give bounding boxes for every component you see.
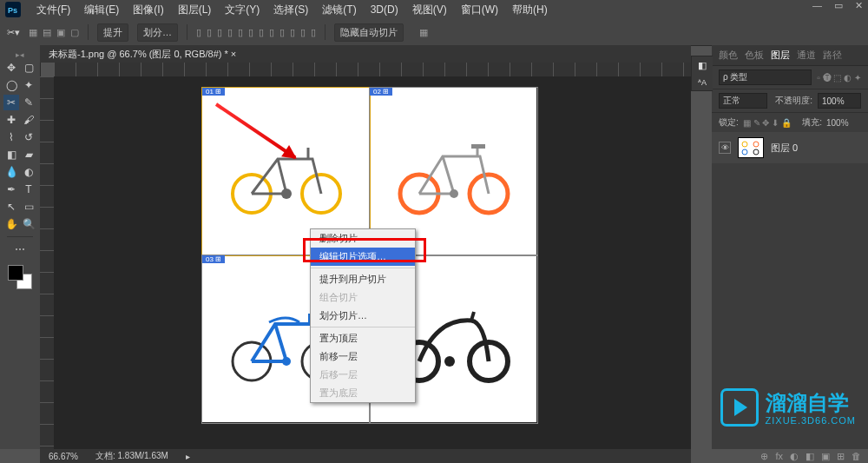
menu-image[interactable]: 图像(I) [133, 3, 163, 17]
dock-bottom-icons: ⊕fx◐◧▣⊞🗑 [760, 449, 861, 463]
hide-auto-slices-button[interactable]: 隐藏自动切片 [334, 23, 404, 42]
lock-label: 锁定: [719, 116, 739, 129]
opacity-value[interactable]: 100% [818, 93, 861, 109]
menu-3d[interactable]: 3D(D) [371, 3, 398, 16]
brush-tool[interactable]: 🖌 [21, 112, 36, 128]
tab-color[interactable]: 颜色 [719, 49, 738, 62]
dodge-tool[interactable]: ◐ [21, 164, 36, 180]
eraser-tool[interactable]: ◧ [3, 147, 19, 162]
status-bar: 66.67% 文档: 1.83M/1.63M ▸ [40, 449, 691, 463]
ruler-horizontal [54, 63, 691, 76]
menu-bar: Ps 文件(F) 编辑(E) 图像(I) 图层(L) 文字(Y) 选择(S) 滤… [0, 0, 868, 20]
ctx-bring-front[interactable]: 置为顶层 [311, 329, 415, 347]
layer-row[interactable]: 👁 图层 0 [712, 132, 868, 163]
ctx-delete[interactable]: 删除切片 [311, 229, 415, 248]
menu-view[interactable]: 视图(V) [412, 3, 447, 17]
slice-tool-icon: ✂︎▾ [7, 27, 20, 38]
hand-tool[interactable]: ✋ [3, 216, 19, 232]
document-tab[interactable]: 未标题-1.png @ 66.7% (图层 0, RGB/8#) * × [40, 45, 691, 63]
layer-thumbnail [738, 137, 764, 158]
svg-point-18 [753, 149, 759, 155]
dock-strip: ◧ ᴬA [691, 56, 713, 91]
restore-icon[interactable]: ▭ [834, 0, 843, 11]
menu-text[interactable]: 文字(Y) [225, 3, 260, 17]
stamp-tool[interactable]: ⌇ [3, 129, 19, 145]
ctx-edit-options[interactable]: 编辑切片选项… [311, 248, 415, 266]
menu-select[interactable]: 选择(S) [273, 3, 308, 17]
fill-label: 填充: [802, 116, 822, 129]
option-icons: ▦▤▣▢ [29, 27, 79, 38]
fill-value[interactable]: 100% [826, 118, 861, 128]
tab-channels[interactable]: 通道 [797, 49, 816, 62]
eyedrop-tool[interactable]: ✎ [21, 95, 36, 110]
marquee-tool[interactable]: ▢ [21, 60, 36, 76]
watermark-play-icon [720, 388, 759, 427]
layer-filter[interactable]: ρ 类型 [719, 69, 812, 85]
type-tool[interactable]: T [21, 182, 36, 197]
svg-point-16 [753, 142, 759, 147]
ctx-promote[interactable]: 提升到用户切片 [311, 270, 415, 288]
ctx-send-back[interactable]: 置为底层 [311, 384, 415, 402]
menu-help[interactable]: 帮助(H) [512, 3, 548, 17]
ctx-forward[interactable]: 前移一层 [311, 347, 415, 366]
zoom-level[interactable]: 66.67% [49, 452, 78, 461]
layer-name: 图层 0 [771, 142, 798, 155]
divide-button[interactable]: 划分… [137, 23, 178, 42]
svg-point-8 [450, 189, 458, 198]
svg-point-4 [281, 189, 292, 199]
options-bar: ✂︎▾ ▦▤▣▢ 提升 划分… ▯▯▯▯▯▯▯▯▯▯▯▯ 隐藏自动切片 ▦ [0, 19, 868, 46]
shape-tool[interactable]: ▭ [21, 199, 36, 215]
context-menu: 删除切片 编辑切片选项… 提升到用户切片 组合切片 划分切片… 置为顶层 前移一… [310, 228, 416, 403]
ctx-divide[interactable]: 划分切片… [311, 307, 415, 325]
tab-swatches[interactable]: 色板 [745, 49, 764, 62]
menu-layer[interactable]: 图层(L) [178, 3, 212, 17]
wand-tool[interactable]: ✦ [21, 77, 36, 93]
strip-icon-1[interactable]: ◧ [698, 60, 707, 71]
svg-rect-7 [471, 144, 485, 149]
color-swatches[interactable] [8, 265, 32, 289]
svg-point-17 [742, 149, 747, 155]
lasso-tool[interactable]: ◯ [3, 77, 19, 93]
toolbox: ▸◂ ✥▢ ◯✦ ✂✎ ✚🖌 ⌇↺ ◧▰ 💧◐ ✒T ↖▭ ✋🔍 ⋯ [0, 45, 41, 449]
opacity-label: 不透明度: [775, 95, 812, 107]
heal-tool[interactable]: ✚ [3, 112, 19, 128]
minimize-icon[interactable]: — [812, 0, 822, 11]
menu-filter[interactable]: 滤镜(T) [322, 3, 356, 17]
blend-mode[interactable]: 正常 [719, 93, 767, 109]
menu-edit[interactable]: 编辑(E) [84, 3, 119, 17]
blur-tool[interactable]: 💧 [3, 164, 19, 180]
visibility-icon[interactable]: 👁 [719, 142, 731, 154]
pen-tool[interactable]: ✒ [3, 182, 19, 197]
svg-point-15 [742, 142, 747, 147]
tab-paths[interactable]: 路径 [823, 49, 842, 62]
gradient-tool[interactable]: ▰ [21, 147, 36, 162]
grid-option-icon[interactable]: ▦ [419, 27, 428, 38]
bike-2 [389, 129, 519, 215]
path-select[interactable]: ↖ [3, 199, 19, 215]
watermark: 溜溜自学 ZIXUE.3D66.COM [720, 388, 856, 427]
close-icon[interactable]: ✕ [855, 0, 863, 11]
watermark-text: 溜溜自学 [766, 389, 856, 417]
panel-tabs: 颜色 色板 图层 通道 路径 [712, 45, 868, 66]
watermark-sub: ZIXUE.3D66.COM [766, 415, 856, 426]
ruler-vertical [40, 76, 54, 449]
svg-point-14 [444, 356, 455, 367]
promote-button[interactable]: 提升 [97, 23, 128, 42]
ctx-combine[interactable]: 组合切片 [311, 288, 415, 307]
svg-text:Ps: Ps [8, 6, 17, 15]
strip-icon-2[interactable]: ᴬA [698, 78, 707, 87]
doc-info: 文档: 1.83M/1.63M [95, 450, 168, 462]
slice-tool[interactable]: ✂ [3, 95, 19, 110]
ps-logo-icon: Ps [5, 2, 21, 17]
move-tool[interactable]: ✥ [3, 60, 19, 76]
zoom-tool[interactable]: 🔍 [21, 216, 36, 232]
menu-window[interactable]: 窗口(W) [461, 3, 498, 17]
ctx-backward[interactable]: 后移一层 [311, 366, 415, 384]
tab-layers[interactable]: 图层 [771, 49, 790, 62]
bike-1 [221, 129, 352, 215]
auxiliary[interactable]: ⋯ [12, 241, 28, 257]
svg-point-11 [282, 357, 291, 366]
menu-file[interactable]: 文件(F) [36, 3, 70, 17]
history-brush[interactable]: ↺ [21, 129, 36, 145]
